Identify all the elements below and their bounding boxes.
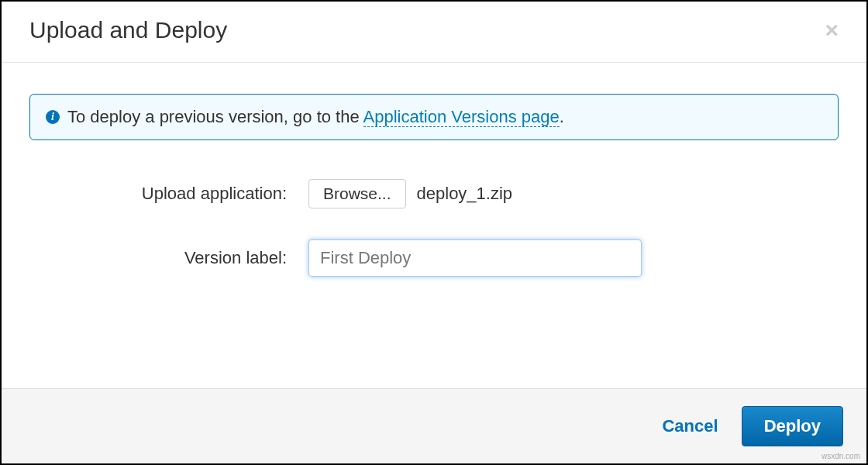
close-icon[interactable]: ×	[820, 19, 843, 42]
modal-title: Upload and Deploy	[29, 17, 227, 43]
selected-file-name: deploy_1.zip	[417, 184, 513, 204]
application-versions-link[interactable]: Application Versions page	[363, 107, 560, 127]
cancel-button[interactable]: Cancel	[662, 416, 718, 436]
upload-application-label: Upload application:	[29, 184, 308, 204]
version-label-row: Version label:	[29, 239, 839, 277]
info-icon: i	[46, 110, 60, 124]
deploy-button[interactable]: Deploy	[742, 406, 843, 446]
watermark: wsxdn.com	[822, 452, 860, 460]
version-label-input[interactable]	[308, 239, 642, 277]
browse-button[interactable]: Browse...	[308, 179, 406, 208]
modal-header: Upload and Deploy ×	[2, 2, 866, 63]
info-text-suffix: .	[560, 107, 564, 126]
modal-footer: Cancel Deploy	[2, 388, 866, 463]
info-alert: i To deploy a previous version, go to th…	[29, 94, 839, 140]
modal-body: i To deploy a previous version, go to th…	[2, 63, 866, 388]
version-label-label: Version label:	[29, 248, 308, 268]
info-text-prefix: To deploy a previous version, go to the	[67, 107, 363, 126]
upload-deploy-modal: Upload and Deploy × i To deploy a previo…	[2, 2, 866, 463]
upload-application-row: Upload application: Browse... deploy_1.z…	[29, 179, 839, 208]
info-text: To deploy a previous version, go to the …	[67, 107, 564, 127]
